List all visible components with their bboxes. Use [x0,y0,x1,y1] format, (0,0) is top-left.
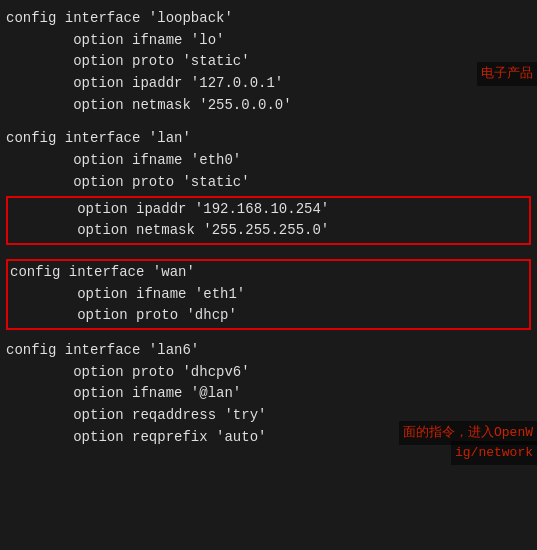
loopback-netmask-line: option netmask '255.0.0.0' [6,95,531,117]
loopback-config-line: config interface 'loopback' [6,8,531,30]
watermark-bottom2: ig/network [451,441,537,465]
lan6-ifname-line: option ifname '@lan' [6,383,531,405]
terminal: config interface 'loopback' option ifnam… [0,0,537,550]
wan-highlighted-block: config interface 'wan' option ifname 'et… [6,259,531,330]
lan-highlighted-block: option ipaddr '192.168.10.254' option ne… [6,196,531,245]
wan-ifname-line: option ifname 'eth1' [10,284,527,306]
loopback-proto-line: option proto 'static' [6,51,531,73]
loopback-ifname-line: option ifname 'lo' [6,30,531,52]
lan-proto-line: option proto 'static' [6,172,531,194]
lan-block: config interface 'lan' option ifname 'et… [6,128,531,244]
lan-config-line: config interface 'lan' [6,128,531,150]
loopback-block: config interface 'loopback' option ifnam… [6,8,531,116]
lan-ipaddr-line: option ipaddr '192.168.10.254' [10,199,527,221]
wan-proto-line: option proto 'dhcp' [10,305,527,327]
lan-ifname-line: option ifname 'eth0' [6,150,531,172]
watermark-right: 电子产品 [477,62,537,86]
wan-config-line: config interface 'wan' [10,262,527,284]
lan-netmask-line: option netmask '255.255.255.0' [10,220,527,242]
loopback-ipaddr-line: option ipaddr '127.0.0.1' [6,73,531,95]
lan6-proto-line: option proto 'dhcpv6' [6,362,531,384]
lan6-config-line: config interface 'lan6' [6,340,531,362]
